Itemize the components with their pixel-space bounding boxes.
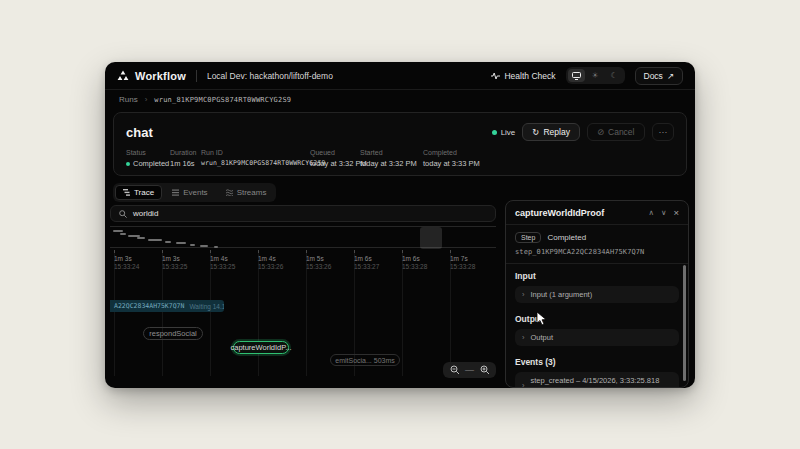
output-row-label: Output bbox=[531, 333, 554, 342]
field-started: Started today at 3:32 PM bbox=[360, 149, 417, 168]
streams-icon bbox=[226, 189, 233, 196]
prev-step-button[interactable]: ∧ bbox=[648, 208, 654, 217]
field-label: Queued bbox=[310, 149, 367, 156]
desktop-background: Workflow Local Dev: hackathon/liftoff-de… bbox=[0, 0, 800, 449]
chevron-right-icon: › bbox=[522, 290, 525, 299]
queued-value: today at 3:32 PM bbox=[310, 159, 367, 168]
field-label: Duration bbox=[170, 149, 196, 156]
time-axis-tick: 1m 7s15:33:28 bbox=[450, 250, 496, 272]
timeline-minimap[interactable] bbox=[110, 226, 496, 248]
step-type-badge: Step bbox=[515, 232, 541, 243]
run-metadata: Status Completed Duration 1m 16s Run ID … bbox=[114, 149, 686, 173]
chevron-right-icon: › bbox=[145, 95, 148, 104]
sun-icon: ☀ bbox=[591, 71, 598, 80]
tab-trace[interactable]: Trace bbox=[115, 185, 162, 200]
trace-icon bbox=[123, 189, 130, 196]
run-id-value: wrun_81KP9MC0PGS874RT0WWRCYG2S9 bbox=[201, 159, 325, 167]
docs-button[interactable]: Docs ↗ bbox=[635, 67, 684, 85]
run-summary-card: chat Live ↻ Replay ⊘ Cancel ⋯ bbox=[113, 112, 687, 176]
input-collapsible-row[interactable]: › Input (1 argument) bbox=[515, 286, 679, 303]
field-completed: Completed today at 3:33 PM bbox=[423, 149, 480, 168]
zoom-reset-button[interactable]: — bbox=[465, 366, 474, 375]
run-title: chat bbox=[126, 125, 153, 140]
span-bar-paused-step[interactable]: A22QC2834AH75K7Q7N Waiting 14.18s Paused… bbox=[110, 300, 224, 312]
minimap-span bbox=[120, 233, 126, 235]
top-bar: Workflow Local Dev: hackathon/liftoff-de… bbox=[105, 62, 695, 90]
chevron-right-icon: › bbox=[522, 381, 525, 389]
replay-button[interactable]: ↻ Replay bbox=[522, 123, 580, 141]
cancel-button[interactable]: ⊘ Cancel bbox=[587, 123, 645, 141]
tab-events[interactable]: Events bbox=[164, 185, 215, 200]
breadcrumb-run-id: wrun_81KP9MC0PGS874RT0WWRCYG2S9 bbox=[154, 96, 291, 104]
field-duration: Duration 1m 16s bbox=[170, 149, 196, 168]
workflow-logo[interactable]: Workflow bbox=[117, 70, 186, 82]
minimap-span bbox=[176, 242, 186, 244]
minimap-span bbox=[200, 245, 208, 247]
tab-streams[interactable]: Streams bbox=[218, 185, 275, 200]
tab-streams-label: Streams bbox=[237, 188, 267, 197]
span-bar-emit-social[interactable]: emitSocia... 503ms bbox=[330, 354, 400, 366]
view-tabs: Trace Events Streams bbox=[113, 183, 276, 202]
field-run-id: Run ID wrun_81KP9MC0PGS874RT0WWRCYG2S9 bbox=[201, 149, 325, 167]
input-section-heading: Input bbox=[515, 271, 679, 281]
zoom-in-button[interactable] bbox=[477, 364, 492, 376]
panel-divider bbox=[506, 263, 688, 264]
output-collapsible-row[interactable]: › Output bbox=[515, 329, 679, 346]
panel-title: captureWorldIdProof bbox=[515, 208, 604, 218]
duration-value: 1m 16s bbox=[170, 159, 196, 168]
next-step-button[interactable]: ∨ bbox=[661, 208, 667, 217]
status-value: Completed bbox=[133, 159, 169, 168]
completed-value: today at 3:33 PM bbox=[423, 159, 480, 168]
field-label: Completed bbox=[423, 149, 480, 156]
minimap-span bbox=[148, 239, 162, 241]
search-icon bbox=[119, 210, 127, 218]
timeline-zoom-controls: — bbox=[443, 362, 496, 378]
external-link-icon: ↗ bbox=[667, 71, 674, 81]
health-check-button[interactable]: Health Check bbox=[491, 71, 555, 81]
activity-pulse-icon bbox=[491, 72, 500, 80]
minimap-viewport-handle[interactable] bbox=[420, 227, 442, 249]
cancel-icon: ⊘ bbox=[597, 127, 604, 137]
panel-scrollbar[interactable] bbox=[683, 265, 686, 381]
workflow-app-window: Workflow Local Dev: hackathon/liftoff-de… bbox=[105, 62, 695, 388]
span-bar-respond-social[interactable]: respondSocial bbox=[143, 327, 203, 340]
live-indicator: Live bbox=[492, 128, 516, 137]
status-dot-icon bbox=[126, 162, 130, 166]
theme-system-button[interactable] bbox=[568, 69, 585, 82]
replay-icon: ↻ bbox=[532, 127, 539, 137]
step-detail-panel: captureWorldIdProof ∧ ∨ × Step Completed… bbox=[505, 200, 689, 388]
breadcrumb-runs-link[interactable]: Runs bbox=[119, 95, 138, 104]
theme-dark-button[interactable]: ☾ bbox=[606, 69, 623, 82]
more-options-button[interactable]: ⋯ bbox=[652, 123, 675, 141]
moon-icon: ☾ bbox=[610, 71, 617, 80]
breadcrumb: Runs › wrun_81KP9MC0PGS874RT0WWRCYG2S9 bbox=[119, 95, 291, 104]
ellipsis-icon: ⋯ bbox=[659, 127, 668, 137]
step-status: Completed bbox=[547, 233, 586, 242]
close-panel-button[interactable]: × bbox=[673, 207, 679, 218]
field-status: Status Completed bbox=[126, 149, 169, 168]
span-bar-capture-worldid-selected[interactable]: captureWorldIdP... bbox=[233, 341, 289, 354]
topbar-divider bbox=[196, 70, 197, 82]
cancel-label: Cancel bbox=[608, 127, 634, 137]
replay-label: Replay bbox=[543, 127, 569, 137]
panel-header: captureWorldIdProof ∧ ∨ × bbox=[506, 201, 688, 225]
theme-switcher: ☀ ☾ bbox=[566, 67, 625, 84]
chevron-right-icon: › bbox=[522, 333, 525, 342]
live-dot-icon bbox=[492, 130, 497, 135]
events-icon bbox=[172, 189, 179, 196]
workflow-logo-icon bbox=[117, 70, 129, 81]
zoom-out-button[interactable] bbox=[447, 364, 462, 376]
docs-label: Docs bbox=[644, 71, 663, 81]
health-check-label: Health Check bbox=[504, 71, 555, 81]
trace-search-input[interactable]: worldid bbox=[110, 205, 496, 222]
field-label: Started bbox=[360, 149, 417, 156]
event-row-step-created[interactable]: › step_created – 4/15/2026, 3:33:25.818 … bbox=[515, 372, 679, 388]
search-value: worldid bbox=[133, 209, 158, 218]
step-id: step_01KP9MCA22QC2834AH75K7Q7N bbox=[515, 248, 679, 256]
monitor-icon bbox=[572, 72, 581, 80]
trace-timeline-viewport[interactable]: 1m 3s15:33:24 1m 3s15:33:25 1m 4s15:33:2… bbox=[110, 226, 496, 382]
span-id: A22QC2834AH75K7Q7N bbox=[114, 302, 184, 310]
theme-light-button[interactable]: ☀ bbox=[587, 69, 604, 82]
environment-label: Local Dev: hackathon/liftoff-demo bbox=[207, 71, 333, 81]
minimap-span bbox=[214, 246, 218, 248]
